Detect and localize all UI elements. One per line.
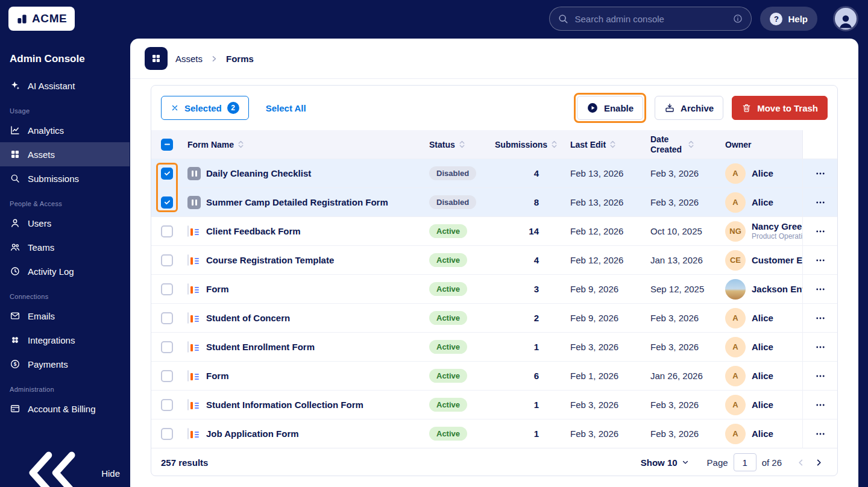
date-created: Jan 13, 2026 — [650, 255, 725, 265]
selected-button[interactable]: Selected 2 — [161, 96, 249, 120]
grid-icon — [10, 149, 20, 160]
select-all-link[interactable]: Select All — [266, 103, 306, 113]
breadcrumb-assets[interactable]: Assets — [175, 54, 203, 64]
form-name[interactable]: Form — [206, 284, 429, 294]
row-checkbox[interactable] — [161, 168, 173, 180]
owner-name: Nancy Green — [752, 221, 802, 232]
move-to-trash-button[interactable]: Move to Trash — [732, 96, 828, 120]
admin-search — [549, 7, 752, 31]
submissions-count: 4 — [495, 255, 570, 265]
last-edit: Feb 13, 2026 — [570, 168, 650, 178]
row-actions-button[interactable] — [802, 333, 837, 361]
enable-button[interactable]: Enable — [577, 96, 643, 120]
row-actions-button[interactable] — [802, 362, 837, 390]
row-actions-button[interactable] — [802, 246, 837, 274]
owner-avatar: A — [725, 424, 746, 444]
status-badge: Active — [429, 398, 467, 412]
form-name[interactable]: Form — [206, 371, 429, 381]
check-icon — [164, 170, 171, 177]
form-name[interactable]: Client Feedback Form — [206, 226, 429, 236]
row-checkbox[interactable] — [161, 196, 173, 209]
owner-name: Customer Exp — [752, 255, 802, 265]
integrations-icon — [10, 335, 20, 345]
sidebar-item-activity-log[interactable]: Activity Log — [0, 259, 130, 283]
form-name[interactable]: Job Application Form — [206, 429, 429, 439]
table-row[interactable]: Summer Camp Detailed Registration Form D… — [151, 187, 837, 216]
search-input[interactable] — [574, 14, 727, 24]
sidebar-item-analytics[interactable]: Analytics — [0, 118, 130, 142]
row-checkbox[interactable] — [161, 370, 173, 382]
status-badge: Active — [429, 224, 467, 238]
table-row[interactable]: Student of Concern Active 2 Feb 9, 2026 … — [151, 303, 837, 332]
column-header-submissions[interactable]: Submissions — [495, 140, 570, 149]
form-name[interactable]: Student Information Collection Form — [206, 400, 429, 410]
row-checkbox[interactable] — [161, 428, 173, 440]
row-actions-button[interactable] — [802, 217, 837, 245]
forms-table-card: Selected 2 Select All Enable Archive Mov… — [151, 85, 838, 476]
column-header-actions — [802, 130, 837, 159]
row-checkbox[interactable] — [161, 341, 173, 353]
row-checkbox[interactable] — [161, 254, 173, 266]
next-page-button[interactable] — [810, 453, 828, 471]
row-checkbox[interactable] — [161, 225, 173, 237]
sort-icon — [237, 140, 244, 149]
main-panel: Assets Forms Selected 2 Select All Enabl… — [130, 39, 858, 487]
sidebar-item-payments[interactable]: $ Payments — [0, 352, 130, 376]
form-name[interactable]: Student of Concern — [206, 313, 429, 323]
ellipsis-icon — [815, 197, 826, 208]
table-row[interactable]: Job Application Form Active 1 Feb 3, 202… — [151, 419, 837, 448]
row-checkbox[interactable] — [161, 399, 173, 411]
row-actions-button[interactable] — [802, 188, 837, 216]
row-actions-button[interactable] — [802, 159, 837, 187]
row-actions-button[interactable] — [802, 275, 837, 303]
column-header-status[interactable]: Status — [429, 140, 495, 149]
sidebar-item-submissions[interactable]: Submissions — [0, 166, 130, 190]
sort-icon — [609, 140, 616, 149]
form-name[interactable]: Course Registration Template — [206, 255, 429, 265]
sort-icon — [459, 140, 465, 149]
archive-button[interactable]: Archive — [655, 96, 723, 120]
sidebar-hide-button[interactable]: Hide — [0, 459, 130, 487]
sidebar-item-ai-assistant[interactable]: AI Assistant — [0, 74, 130, 98]
date-created: Sep 12, 2025 — [650, 284, 725, 294]
table-row[interactable]: Daily Cleaning Checklist Disabled 4 Feb … — [151, 159, 837, 187]
row-actions-button[interactable] — [802, 391, 837, 419]
table-row[interactable]: Course Registration Template Active 4 Fe… — [151, 245, 837, 274]
sidebar-item-account-billing[interactable]: Account & Billing — [0, 397, 130, 421]
help-button[interactable]: ? Help — [760, 7, 817, 31]
form-name[interactable]: Daily Cleaning Checklist — [206, 168, 429, 178]
form-icon — [187, 312, 189, 324]
select-all-checkbox[interactable] — [161, 139, 173, 151]
form-name[interactable]: Summer Camp Detailed Registration Form — [206, 197, 429, 207]
status-badge: Disabled — [429, 195, 476, 209]
column-header-form-name[interactable]: Form Name — [187, 140, 429, 149]
table-row[interactable]: Client Feedback Form Active 14 Feb 12, 2… — [151, 216, 837, 245]
sidebar-item-teams[interactable]: Teams — [0, 235, 130, 259]
row-checkbox[interactable] — [161, 283, 173, 295]
table-row[interactable]: Form Active 6 Feb 1, 2026 Jan 26, 2026 A… — [151, 361, 837, 390]
sort-icon — [551, 140, 558, 149]
column-header-last-edit[interactable]: Last Edit — [570, 140, 650, 149]
table-row[interactable]: Form Active 3 Feb 9, 2026 Sep 12, 2025 J… — [151, 274, 837, 303]
sidebar-item-users[interactable]: Users — [0, 211, 130, 235]
table-row[interactable]: Student Information Collection Form Acti… — [151, 390, 837, 419]
sidebar-item-emails[interactable]: Emails — [0, 304, 130, 328]
row-actions-button[interactable] — [802, 419, 837, 448]
previous-page-button[interactable] — [791, 453, 810, 471]
row-checkbox[interactable] — [161, 312, 173, 324]
info-icon[interactable] — [733, 14, 743, 24]
page-number-input[interactable] — [734, 453, 756, 471]
sidebar-item-assets[interactable]: Assets — [0, 142, 130, 166]
table-row[interactable]: Student Enrollment Form Active 1 Feb 3, … — [151, 332, 837, 361]
row-actions-button[interactable] — [802, 304, 837, 332]
acme-logo[interactable]: ACME — [8, 7, 75, 31]
last-edit: Feb 9, 2026 — [570, 284, 650, 294]
page-size-dropdown[interactable]: Show 10 — [641, 457, 689, 468]
column-header-date-created[interactable]: Date Created — [650, 134, 725, 154]
form-name[interactable]: Student Enrollment Form — [206, 342, 429, 352]
sidebar-item-integrations[interactable]: Integrations — [0, 328, 130, 352]
bulk-actions-toolbar: Selected 2 Select All Enable Archive Mov… — [151, 86, 837, 130]
dollar-icon: $ — [10, 359, 20, 369]
user-avatar[interactable] — [833, 6, 858, 31]
column-header-owner[interactable]: Owner — [725, 140, 802, 149]
